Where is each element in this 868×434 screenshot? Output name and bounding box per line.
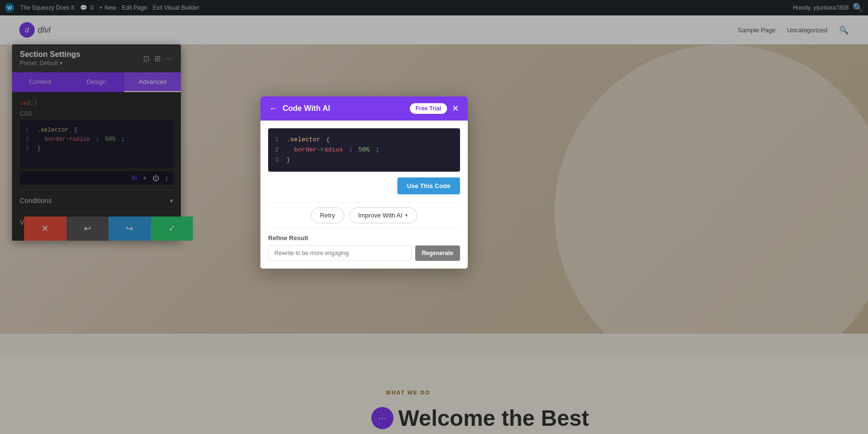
modal-code-preview: 1 .selector { 2 border-radius : 50% ; 3 … — [268, 128, 460, 172]
modal-code-line-3: 3 } — [275, 155, 453, 165]
refine-input[interactable] — [268, 245, 411, 261]
modal-code-selector: .selector — [286, 135, 320, 145]
modal-code-property: border-radius — [294, 145, 343, 155]
ai-modal-title-area: ← Code With AI — [269, 104, 330, 114]
ai-modal: ← Code With AI Free Trial ✕ 1 .selector … — [260, 96, 468, 269]
refine-result-label: Refine Result — [268, 234, 460, 242]
modal-line-num-2: 2 — [275, 145, 281, 155]
modal-actions: Retry Improve With AI ▾ — [268, 202, 460, 229]
free-trial-badge[interactable]: Free Trial — [410, 103, 447, 114]
modal-line-num-3: 3 — [275, 155, 281, 165]
modal-line-num-1: 1 — [275, 135, 281, 145]
retry-button[interactable]: Retry — [311, 207, 344, 223]
improve-with-ai-button[interactable]: Improve With AI ▾ — [349, 207, 418, 223]
use-this-code-button[interactable]: Use This Code — [397, 177, 460, 194]
modal-code-line-1: 1 .selector { — [275, 135, 453, 145]
ai-modal-title: Code With AI — [283, 104, 330, 113]
ai-modal-header-right: Free Trial ✕ — [410, 103, 459, 114]
refine-row: Regenerate — [268, 245, 460, 261]
modal-overlay: ← Code With AI Free Trial ✕ 1 .selector … — [0, 0, 868, 434]
ai-modal-close-button[interactable]: ✕ — [452, 103, 459, 114]
improve-label: Improve With AI — [358, 212, 403, 219]
ai-modal-back-button[interactable]: ← — [269, 104, 278, 114]
improve-chevron-icon: ▾ — [405, 212, 408, 218]
modal-code-line-2: 2 border-radius : 50% ; — [275, 145, 453, 155]
regenerate-button[interactable]: Regenerate — [415, 245, 460, 261]
ai-modal-header: ← Code With AI Free Trial ✕ — [260, 96, 468, 121]
modal-code-value: 50% — [358, 145, 369, 155]
ai-modal-body: 1 .selector { 2 border-radius : 50% ; 3 … — [260, 121, 468, 269]
